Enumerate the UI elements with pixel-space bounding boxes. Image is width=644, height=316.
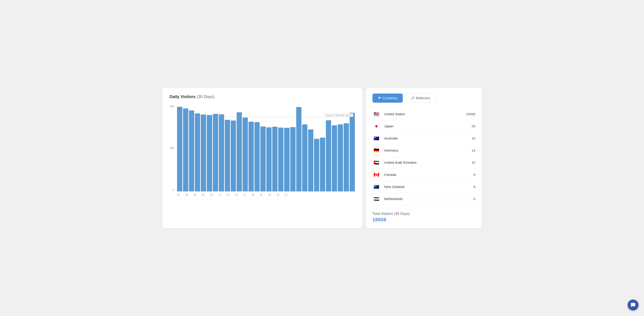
x-label-6: 07 Oct — [202, 194, 205, 196]
country-row-1[interactable]: 🇯🇵Japan26 — [372, 120, 475, 132]
x-label-27 — [289, 194, 292, 196]
tab-countries[interactable]: ⚑ Countries — [372, 93, 403, 103]
bar-17[interactable] — [278, 128, 284, 191]
bar-7[interactable] — [219, 114, 224, 191]
country-name-2: Australia — [384, 136, 472, 140]
bar-14[interactable] — [260, 126, 266, 191]
country-row-7[interactable]: 🇳🇱Netherlands6 — [372, 193, 475, 205]
country-row-2[interactable]: 🇦🇺Australia16 — [372, 132, 475, 144]
x-label-9 — [214, 194, 218, 196]
x-label-5 — [198, 194, 201, 196]
x-label-11 — [222, 194, 226, 196]
country-row-3[interactable]: 🇩🇪Germany14 — [372, 144, 475, 157]
country-panel: ⚑ Countries ⎇ Referrers 🇺🇸United States1… — [366, 88, 482, 228]
flag-new-zealand: 🇳🇿 — [372, 184, 381, 190]
bar-18[interactable] — [284, 128, 289, 191]
bar-22[interactable] — [308, 129, 313, 191]
x-label-15 — [239, 194, 242, 196]
country-count-5: 8 — [474, 173, 475, 177]
bar-15[interactable] — [266, 127, 272, 191]
country-count-6: 6 — [474, 185, 475, 189]
bar-29[interactable] — [350, 113, 355, 191]
bar-28[interactable] — [344, 123, 349, 191]
bar-11[interactable] — [242, 117, 248, 191]
x-label-2: 03 Oct — [185, 194, 188, 196]
bar-26[interactable] — [332, 125, 337, 191]
bar-20[interactable] — [296, 107, 302, 191]
tab-countries-label: Countries — [383, 96, 397, 100]
x-label-7 — [206, 194, 209, 196]
flag-germany: 🇩🇪 — [372, 148, 381, 153]
country-row-5[interactable]: 🇨🇦Canada8 — [372, 169, 475, 181]
country-row-6[interactable]: 🇳🇿New Zealand6 — [372, 181, 475, 193]
x-label-25 — [281, 194, 284, 196]
x-label-24: 25 Oct — [276, 194, 280, 196]
x-label-0: 30 Sep — [177, 194, 180, 196]
bar-0[interactable] — [177, 107, 182, 191]
country-count-7: 6 — [474, 197, 475, 201]
bar-4[interactable] — [201, 114, 206, 191]
bar-27[interactable] — [338, 124, 343, 191]
flag-united-states: 🇺🇸 — [372, 111, 381, 117]
x-label-13 — [231, 194, 234, 196]
country-row-0[interactable]: 🇺🇸United States18566 — [372, 108, 475, 120]
bar-10[interactable] — [237, 112, 242, 191]
x-label-8: 09 Oct — [210, 194, 214, 196]
x-label-28 — [293, 194, 297, 196]
country-row-4[interactable]: 🇦🇪United Arab Emirates10 — [372, 157, 475, 169]
x-label-3 — [190, 194, 193, 196]
x-label-18: 19 Oct — [252, 194, 255, 196]
country-count-0: 18566 — [466, 112, 475, 116]
y-axis-labels: 586 293 0 — [170, 105, 174, 192]
bar-16[interactable] — [272, 127, 278, 191]
chart-title: Daily Visitors (30 Days) — [170, 94, 355, 99]
x-label-14: 15 Oct — [235, 194, 238, 196]
country-list: 🇺🇸United States18566🇯🇵Japan26🇦🇺Australia… — [372, 108, 475, 205]
country-count-1: 26 — [472, 124, 475, 128]
flag-japan: 🇯🇵 — [372, 123, 381, 129]
bar-23[interactable] — [314, 139, 319, 191]
x-label-19 — [256, 194, 259, 196]
chat-button[interactable] — [628, 299, 638, 310]
x-label-12: 13 Oct — [226, 194, 230, 196]
x-label-16: 17 Oct — [243, 194, 247, 196]
chart-area: 586 293 0 Target of 500 daily visitors 3… — [170, 105, 355, 205]
x-label-20: 21 Oct — [260, 194, 263, 196]
total-value: 18658 — [372, 217, 475, 223]
dashboard: Daily Visitors (30 Days) 586 293 0 Targe… — [162, 88, 482, 228]
bar-9[interactable] — [231, 120, 236, 191]
bar-25[interactable] — [326, 120, 331, 191]
bar-13[interactable] — [254, 122, 260, 191]
country-count-2: 16 — [472, 136, 475, 140]
x-label-26: 27 Oct — [285, 194, 288, 196]
x-label-4: 05 Oct — [194, 194, 197, 196]
chat-icon — [630, 302, 636, 307]
bar-6[interactable] — [213, 114, 218, 191]
country-name-5: Canada — [384, 173, 474, 177]
chart-subtitle: (30 Days) — [197, 94, 214, 99]
bar-12[interactable] — [248, 122, 254, 191]
total-label: Total Visitors (30 Days) — [372, 212, 475, 216]
bar-19[interactable] — [290, 127, 296, 191]
bar-8[interactable] — [225, 120, 230, 191]
flag-australia: 🇦🇺 — [372, 136, 381, 141]
share-icon: ⎇ — [410, 96, 414, 100]
bar-5[interactable] — [207, 115, 212, 191]
tab-referrers[interactable]: ⎇ Referrers — [404, 93, 436, 103]
total-section: Total Visitors (30 Days) 18658 — [372, 209, 475, 223]
bar-24[interactable] — [320, 138, 325, 191]
tabs-container: ⚑ Countries ⎇ Referrers — [372, 93, 475, 103]
flag-canada: 🇨🇦 — [372, 172, 381, 178]
country-name-7: Netherlands — [384, 197, 474, 201]
bar-1[interactable] — [183, 108, 188, 191]
country-count-3: 14 — [472, 148, 475, 152]
x-axis-labels: 30 Sep03 Oct05 Oct07 Oct09 Oct11 Oct13 O… — [177, 194, 301, 196]
x-label-23 — [272, 194, 276, 196]
x-label-10: 11 Oct — [218, 194, 222, 196]
bar-21[interactable] — [302, 124, 308, 191]
country-name-0: United States — [384, 112, 466, 116]
bar-2[interactable] — [189, 110, 194, 191]
bar-3[interactable] — [195, 113, 200, 191]
flag-netherlands: 🇳🇱 — [372, 196, 381, 202]
x-label-22: 23 Oct — [268, 194, 272, 196]
